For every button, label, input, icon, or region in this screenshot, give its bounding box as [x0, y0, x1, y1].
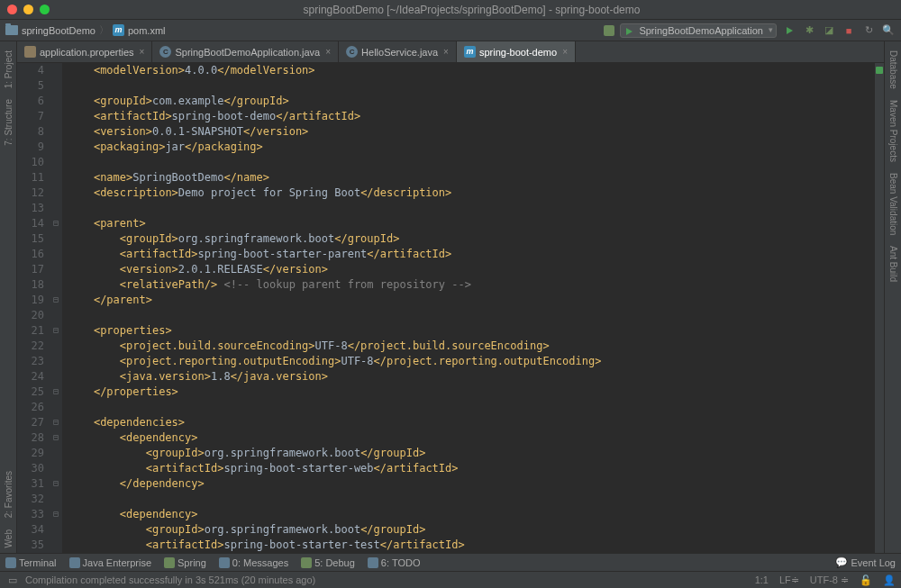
tool-window-eventlog[interactable]: 💬Event Log: [835, 556, 896, 568]
line-number[interactable]: 35: [17, 538, 44, 553]
code-line[interactable]: [68, 201, 875, 216]
update-button[interactable]: ↻: [861, 23, 876, 38]
tool-window-spring[interactable]: Spring: [164, 557, 206, 568]
close-icon[interactable]: ×: [325, 47, 331, 57]
maximize-icon[interactable]: [40, 5, 50, 14]
tool-window-structure[interactable]: 7: Structure: [4, 94, 14, 151]
tab-pom[interactable]: mspring-boot-demo×: [457, 41, 576, 62]
caret-position[interactable]: 1:1: [755, 574, 769, 586]
line-number[interactable]: 34: [17, 522, 44, 538]
search-everywhere-icon[interactable]: 🔍: [881, 23, 896, 38]
fold-toggle-icon[interactable]: ⊟: [53, 480, 60, 487]
code-line[interactable]: <dependencies>: [68, 415, 875, 430]
line-separator[interactable]: LF≑: [779, 574, 799, 586]
fold-toggle-icon[interactable]: ⊟: [53, 419, 60, 426]
lock-icon[interactable]: 🔓: [860, 574, 872, 586]
line-number[interactable]: 20: [17, 308, 44, 323]
code-line[interactable]: <java.version>1.8</java.version>: [68, 369, 875, 384]
line-number[interactable]: 14: [17, 216, 44, 231]
line-number[interactable]: 7: [17, 109, 44, 124]
code-line[interactable]: </properties>: [68, 384, 875, 400]
breadcrumb[interactable]: springBootDemo 〉 m pom.xml: [5, 23, 166, 37]
tab-app[interactable]: CSpringBootDemoApplication.java×: [152, 41, 339, 62]
line-number[interactable]: 33: [17, 507, 44, 522]
line-number[interactable]: 12: [17, 185, 44, 201]
line-number[interactable]: 23: [17, 354, 44, 369]
tab-props[interactable]: application.properties×: [17, 41, 152, 62]
fold-toggle-icon[interactable]: ⊟: [53, 434, 60, 441]
line-number[interactable]: 6: [17, 94, 44, 109]
line-number[interactable]: 16: [17, 247, 44, 262]
tool-window-database[interactable]: Database: [888, 45, 898, 95]
code-line[interactable]: <artifactId>spring-boot-demo</artifactId…: [68, 109, 875, 124]
code-line[interactable]: <parent>: [68, 216, 875, 231]
close-icon[interactable]: [7, 5, 17, 14]
editor-body[interactable]: 4567891011121314151617181920212223242526…: [17, 63, 884, 553]
line-number[interactable]: 31: [17, 476, 44, 492]
tool-window-favorites[interactable]: 2: Favorites: [4, 466, 14, 523]
line-number[interactable]: 28: [17, 430, 44, 446]
code-line[interactable]: [68, 155, 875, 170]
line-number[interactable]: 17: [17, 262, 44, 277]
code-line[interactable]: [68, 400, 875, 415]
file-encoding[interactable]: UTF-8 ≑: [810, 574, 849, 586]
vertical-scrollbar[interactable]: [875, 63, 884, 553]
code-line[interactable]: <artifactId>spring-boot-starter-parent</…: [68, 247, 875, 262]
close-icon[interactable]: ×: [562, 47, 568, 57]
coverage-button[interactable]: ◪: [822, 23, 836, 38]
code-line[interactable]: <groupId>com.example</groupId>: [68, 94, 875, 109]
line-number[interactable]: 24: [17, 369, 44, 384]
fold-toggle-icon[interactable]: ⊟: [53, 220, 60, 227]
tool-window-beanval[interactable]: Bean Validation: [888, 167, 898, 240]
code-line[interactable]: [68, 308, 875, 323]
code-line[interactable]: [68, 492, 875, 507]
code-area[interactable]: <modelVersion>4.0.0</modelVersion> <grou…: [62, 63, 875, 553]
line-number[interactable]: 15: [17, 231, 44, 247]
tool-window-javaee[interactable]: Java Enterprise: [69, 557, 151, 568]
hector-icon[interactable]: 👤: [883, 574, 896, 586]
code-line[interactable]: <artifactId>spring-boot-starter-web</art…: [68, 461, 875, 476]
breadcrumb-project[interactable]: springBootDemo: [22, 25, 96, 36]
tool-window-terminal[interactable]: Terminal: [5, 557, 57, 568]
line-number[interactable]: 21: [17, 323, 44, 339]
fold-toggle-icon[interactable]: ⊟: [53, 511, 60, 518]
line-number[interactable]: 19: [17, 293, 44, 308]
line-number[interactable]: 10: [17, 155, 44, 170]
line-number[interactable]: 9: [17, 140, 44, 155]
minimize-icon[interactable]: [23, 5, 33, 14]
tool-window-antbuild[interactable]: Ant Build: [888, 240, 898, 287]
fold-toggle-icon[interactable]: ⊟: [53, 388, 60, 395]
code-line[interactable]: <dependency>: [68, 507, 875, 522]
fold-toggle-icon[interactable]: ⊟: [53, 296, 60, 303]
line-number[interactable]: 27: [17, 415, 44, 430]
code-line[interactable]: <groupId>org.springframework.boot</group…: [68, 522, 875, 538]
tool-window-web[interactable]: Web: [4, 524, 14, 553]
code-line[interactable]: <project.reporting.outputEncoding>UTF-8<…: [68, 354, 875, 369]
code-line[interactable]: </parent>: [68, 293, 875, 308]
breadcrumb-file[interactable]: pom.xml: [128, 25, 166, 36]
run-button[interactable]: [782, 23, 796, 38]
close-icon[interactable]: ×: [140, 47, 145, 57]
code-line[interactable]: <packaging>jar</packaging>: [68, 140, 875, 155]
line-number[interactable]: 13: [17, 201, 44, 216]
tab-hello[interactable]: CHelloService.java×: [339, 41, 457, 62]
code-line[interactable]: <version>0.0.1-SNAPSHOT</version>: [68, 124, 875, 140]
code-line[interactable]: <artifactId>spring-boot-starter-test</ar…: [68, 538, 875, 553]
line-number[interactable]: 26: [17, 400, 44, 415]
line-number[interactable]: 29: [17, 446, 44, 461]
line-number-gutter[interactable]: 4567891011121314151617181920212223242526…: [17, 63, 51, 553]
build-icon[interactable]: [604, 25, 614, 36]
line-number[interactable]: 5: [17, 78, 44, 94]
code-line[interactable]: <properties>: [68, 323, 875, 339]
stop-button[interactable]: ■: [842, 23, 856, 38]
line-number[interactable]: 8: [17, 124, 44, 140]
tool-window-messages[interactable]: 0: Messages: [219, 557, 288, 568]
tool-windows-icon[interactable]: ▭: [5, 573, 20, 587]
code-line[interactable]: <groupId>org.springframework.boot</group…: [68, 231, 875, 247]
code-line[interactable]: <name>SpringBootDemo</name>: [68, 170, 875, 185]
tool-window-debug[interactable]: 5: Debug: [301, 557, 355, 568]
tool-window-project[interactable]: 1: Project: [4, 45, 14, 94]
fold-gutter[interactable]: ⊟⊟⊟⊟⊟⊟⊟⊟⊟⊟⊟⊟⊟⊟⊟⊟: [51, 63, 62, 553]
code-line[interactable]: <version>2.0.1.RELEASE</version>: [68, 262, 875, 277]
fold-toggle-icon[interactable]: ⊟: [53, 327, 60, 334]
